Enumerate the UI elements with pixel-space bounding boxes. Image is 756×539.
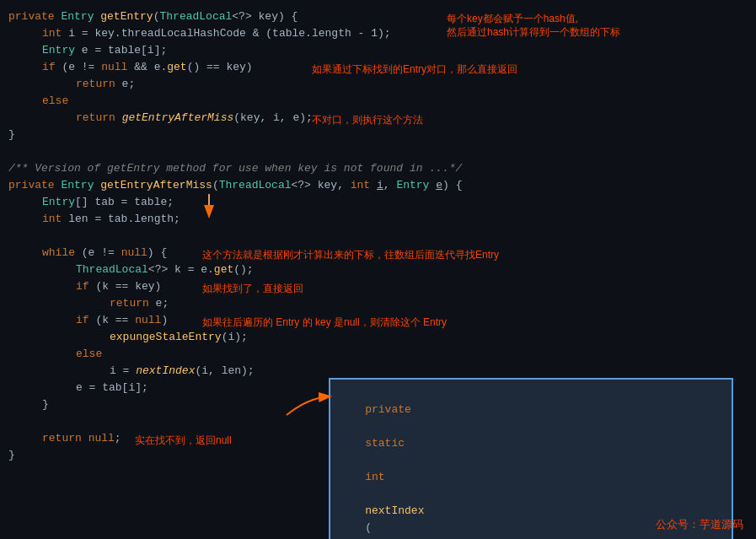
code-line-expunge: expungeStaleEntry (i); xyxy=(0,329,756,346)
keyword-private: private xyxy=(8,8,55,25)
code-line-k: ThreadLocal <?> k = e. get (); xyxy=(0,261,756,278)
code-line-comment: /** Version of getEntry method for use w… xyxy=(0,160,756,177)
annotation-null: 如果往后遍历的 Entry 的 key 是null，则清除这个 Entry xyxy=(202,314,447,331)
code-line-ifk: if (k == key) 如果找到了，直接返回 xyxy=(0,278,756,295)
annotation-entry-found: 如果通过下标找到的Entry对口，那么直接返回 xyxy=(312,61,517,78)
code-line-1: private Entry getEntry ( ThreadLocal <?>… xyxy=(0,8,756,25)
param-key: key xyxy=(259,8,278,25)
code-line-len: int len = tab. length ; xyxy=(0,211,756,228)
code-container: private Entry getEntry ( ThreadLocal <?>… xyxy=(0,0,756,539)
code-line-else2: else xyxy=(0,346,756,363)
code-line-tab: Entry [] tab = table ; xyxy=(0,194,756,211)
code-line-8: } xyxy=(0,127,756,143)
annotation-return-null: 实在找不到，返回null xyxy=(135,432,232,449)
code-line-7: return getEntryAfterMiss (key, i, e); 不对… xyxy=(0,110,756,127)
code-line-nextindex: i = nextIndex (i, len); xyxy=(0,363,756,380)
watermark: 公众号：芋道源码 xyxy=(656,517,743,532)
popup-method-name: nextIndex xyxy=(365,504,424,517)
code-line-2: int i = key . threadLocalHashCode & ( ta… xyxy=(0,25,756,42)
code-line-return-e: return e; xyxy=(0,295,756,312)
code-line-6: else xyxy=(0,93,756,110)
annotation-while: 这个方法就是根据刚才计算出来的下标，往数组后面迭代寻找Entry xyxy=(202,246,499,263)
type-entry: Entry xyxy=(61,8,94,25)
method-getEntry: getEntry xyxy=(100,8,153,25)
code-line-ifnull: if (k == null ) 如果往后遍历的 Entry 的 key 是nul… xyxy=(0,312,756,329)
code-line-while: while (e != null ) { 这个方法就是根据刚才计算出来的下标，往… xyxy=(0,245,756,261)
blank-line-1 xyxy=(0,143,756,160)
code-line-method2: private Entry getEntryAfterMiss ( Thread… xyxy=(0,177,756,194)
code-line-5: return e; xyxy=(0,76,756,93)
popup-nextindex: private static int nextIndex ( int i, in… xyxy=(329,378,733,539)
code-line-4: if (e != null && e. get () == key) 如果通过下… xyxy=(0,59,756,76)
annotation-found: 如果找到了，直接返回 xyxy=(202,280,303,297)
annotation-miss: 不对口，则执行这个方法 xyxy=(312,111,423,128)
blank-line-2 xyxy=(0,228,756,245)
code-line-3: Entry e = table [i]; xyxy=(0,42,756,59)
